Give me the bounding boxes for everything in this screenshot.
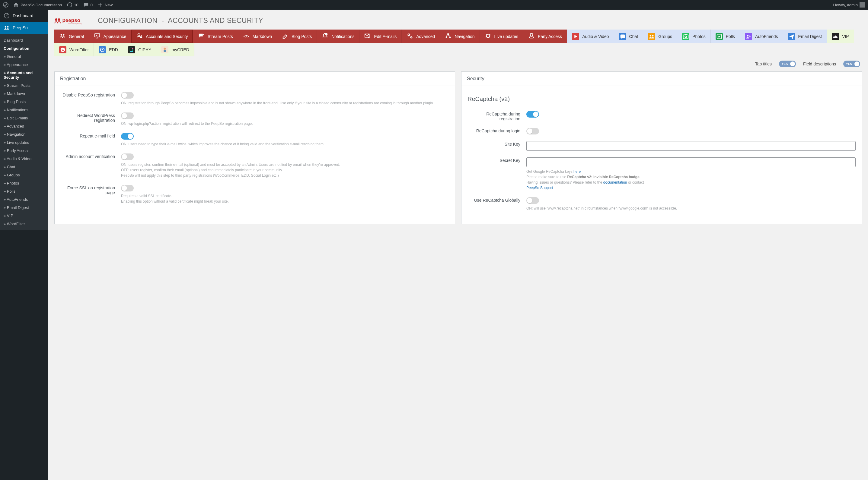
tab-icon	[282, 33, 288, 40]
sidebar-item-chat[interactable]: Chat	[0, 163, 48, 171]
disable-registration-desc: ON: registration through PeepSo becomes …	[121, 100, 449, 106]
tab-general[interactable]: General	[54, 30, 89, 43]
sidebar-dashboard[interactable]: Dashboard	[0, 10, 48, 22]
admin-verification-label: Admin account verification	[61, 153, 115, 178]
sidebar-item-photos[interactable]: Photos	[0, 179, 48, 187]
site-name[interactable]: PeepSo Documentation	[13, 2, 62, 7]
tab-live-updates[interactable]: Live updates	[480, 30, 523, 43]
tab-icon	[128, 46, 135, 54]
site-key-input[interactable]	[526, 141, 856, 151]
secret-key-input[interactable]	[526, 158, 856, 167]
tab-early-access[interactable]: Early Access	[523, 30, 567, 43]
page-title: CONFIGURATION - ACCOUNTS AND SECURITY	[98, 16, 263, 25]
tab-vip[interactable]: VIP	[827, 30, 854, 43]
sidebar-sub-configuration[interactable]: Configuration	[0, 44, 48, 53]
tab-markdown[interactable]: </>Markdown	[238, 30, 277, 43]
tab-photos[interactable]: Photos	[677, 30, 711, 43]
display-toggles: Tab titles YES Field descriptions YES	[54, 57, 862, 71]
tab-titles-toggle[interactable]: YES	[779, 61, 796, 67]
tab-mycred[interactable]: myCRED	[156, 43, 194, 57]
sidebar-item-email-digest[interactable]: Email Digest	[0, 204, 48, 212]
admin-verification-desc: ON: users register, confirm their e-mail…	[121, 162, 449, 178]
svg-text:</>: </>	[243, 34, 249, 39]
sidebar-item-vip[interactable]: VIP	[0, 212, 48, 220]
sidebar-item-stream-posts[interactable]: Stream Posts	[0, 81, 48, 90]
svg-rect-19	[447, 33, 450, 35]
tab-icon	[648, 33, 655, 40]
svg-text:!: !	[326, 33, 327, 35]
tab-chat[interactable]: Chat	[614, 30, 644, 43]
new-content[interactable]: New	[97, 2, 113, 7]
dashboard-icon	[4, 13, 10, 19]
sidebar-item-navigation[interactable]: Navigation	[0, 130, 48, 138]
svg-text:W: W	[62, 48, 64, 52]
svg-rect-36	[132, 48, 133, 49]
sidebar-item-audio-video[interactable]: Audio & Video	[0, 155, 48, 163]
admin-sidebar: Dashboard PeepSo Dashboard Configuration…	[0, 10, 48, 480]
sidebar-item-wordfilter[interactable]: WordFilter	[0, 220, 48, 228]
tab-appearance[interactable]: Appearance	[89, 30, 132, 43]
tab-icon	[682, 33, 689, 40]
sidebar-item-advanced[interactable]: Advanced	[0, 122, 48, 130]
documentation-link[interactable]: documentation	[603, 180, 627, 184]
tab-icon	[745, 33, 752, 40]
tab-edit-e-mails[interactable]: Edit E-mails	[360, 30, 402, 43]
recaptcha-global-toggle[interactable]	[526, 197, 539, 204]
force-ssl-toggle[interactable]	[121, 185, 134, 192]
tab-groups[interactable]: Groups	[643, 30, 677, 43]
svg-text:peepso: peepso	[62, 18, 80, 23]
tab-email-digest[interactable]: Email Digest	[783, 30, 827, 43]
tab-stream-posts[interactable]: Stream Posts	[193, 30, 238, 43]
tab-audio-video[interactable]: Audio & Video	[567, 30, 614, 43]
sidebar-item-live-updates[interactable]: Live updates	[0, 138, 48, 146]
tab-icon	[485, 33, 491, 40]
redirect-registration-toggle[interactable]	[121, 112, 134, 119]
force-ssl-label: Force SSL on registration page	[61, 185, 115, 204]
tab-autofriends[interactable]: AutoFriends	[740, 30, 783, 43]
sidebar-item-edit-e-mails[interactable]: Edit E-mails	[0, 114, 48, 122]
recaptcha-keys-desc: Get Google ReCaptcha keys here Please ma…	[526, 169, 856, 191]
svg-rect-21	[450, 37, 451, 38]
field-descriptions-toggle[interactable]: YES	[843, 61, 860, 67]
svg-text:Your community. Your way.: Your community. Your way.	[68, 23, 83, 25]
wp-logo[interactable]	[3, 2, 8, 7]
tab-wordfilter[interactable]: WWordFilter	[54, 43, 94, 57]
tab-blog-posts[interactable]: Blog Posts	[277, 30, 317, 43]
tab-icon	[59, 33, 66, 40]
svg-point-3	[7, 26, 9, 28]
sidebar-peepso[interactable]: PeepSo	[0, 22, 48, 34]
tab-notifications[interactable]: !Notifications	[317, 30, 360, 43]
sidebar-item-autofriends[interactable]: AutoFriends	[0, 195, 48, 204]
tab-polls[interactable]: Polls	[711, 30, 740, 43]
recaptcha-here-link[interactable]: here	[574, 169, 581, 174]
recaptcha-login-toggle[interactable]	[526, 128, 539, 134]
tab-giphy[interactable]: GIPHY	[123, 43, 157, 57]
sidebar-item-groups[interactable]: Groups	[0, 171, 48, 179]
avatar	[860, 2, 865, 7]
repeat-email-label: Repeat e-mail field	[61, 133, 115, 147]
comments[interactable]: 0	[83, 2, 93, 7]
tab-navigation[interactable]: Navigation	[440, 30, 479, 43]
recaptcha-registration-toggle[interactable]	[526, 111, 539, 117]
sidebar-item-notifications[interactable]: Notifications	[0, 106, 48, 114]
repeat-email-toggle[interactable]	[121, 133, 134, 140]
tab-icon	[788, 33, 795, 40]
tab-advanced[interactable]: Advanced	[402, 30, 440, 43]
howdy-user[interactable]: Howdy, admin	[833, 2, 865, 7]
tab-icon	[198, 33, 205, 40]
sidebar-sub-dashboard[interactable]: Dashboard	[0, 36, 48, 44]
sidebar-item-accounts-and-security[interactable]: Accounts and Security	[0, 69, 48, 81]
sidebar-item-blog-posts[interactable]: Blog Posts	[0, 98, 48, 106]
sidebar-item-polls[interactable]: Polls	[0, 187, 48, 195]
sidebar-item-general[interactable]: General	[0, 53, 48, 61]
sidebar-item-early-access[interactable]: Early Access	[0, 146, 48, 155]
config-tabs: GeneralAppearanceAccounts and SecuritySt…	[54, 30, 862, 57]
updates[interactable]: 10	[67, 2, 78, 7]
tab-edd[interactable]: $EDD	[94, 43, 123, 57]
peepso-support-link[interactable]: PeepSo Support	[526, 186, 553, 190]
disable-registration-toggle[interactable]	[121, 92, 134, 99]
sidebar-item-appearance[interactable]: Appearance	[0, 61, 48, 69]
admin-verification-toggle[interactable]	[121, 153, 134, 160]
sidebar-item-markdown[interactable]: Markdown	[0, 90, 48, 98]
tab-accounts-and-security[interactable]: Accounts and Security	[131, 30, 193, 43]
